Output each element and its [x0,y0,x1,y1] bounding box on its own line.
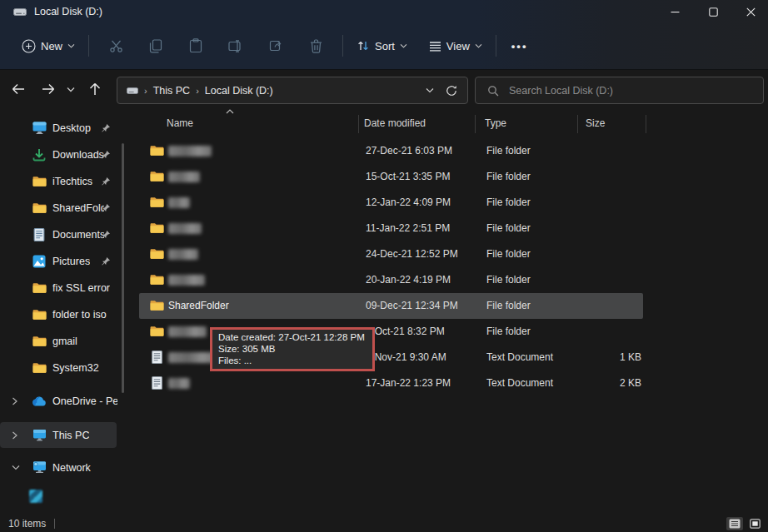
folder-icon [150,274,164,286]
new-button[interactable]: New [15,34,82,58]
redacted-name [168,197,190,208]
sidebar-item-label: fix SSL error [52,282,110,294]
cut-button[interactable] [96,32,136,60]
paste-button[interactable] [176,32,216,60]
share-button[interactable] [256,32,296,60]
breadcrumb-separator: › [144,86,147,96]
cell-date-modified: 12-Jan-22 4:09 PM [366,196,451,208]
sidebar-item-label: iTechtics [52,176,92,187]
sidebar-item-network[interactable]: Network [0,455,117,480]
recent-locations-chevron[interactable] [62,77,80,101]
file-row[interactable]: 11-Jan-22 2:51 PM File folder [139,216,643,241]
statusbar-divider [54,519,55,529]
back-button[interactable] [7,77,30,101]
sidebar-item-label: Documents [52,229,104,241]
forward-button[interactable] [37,77,60,101]
file-row[interactable]: 20-Jan-22 4:19 PM File folder [139,267,643,293]
sidebar-item-gmail[interactable]: gmail [0,328,117,354]
column-divider[interactable] [577,115,578,133]
redacted-name [168,249,198,260]
pin-icon [102,257,110,266]
folder-icon [150,145,164,157]
sort-button[interactable]: Sort [350,34,414,57]
file-row[interactable]: 27-Dec-21 6:03 PM File folder [139,138,643,164]
title-bar: Local Disk (D:) [0,0,768,23]
up-button[interactable] [83,77,107,101]
desktop-icon [32,122,47,134]
sidebar-item-itechtics[interactable]: iTechtics [0,168,117,194]
sort-ascending-icon [226,109,234,114]
sidebar-item-fix-ssl-error[interactable]: fix SSL error [0,275,117,301]
more-options-button[interactable]: ••• [511,40,528,52]
cell-type: File folder [486,145,531,157]
sidebar-scrollbar[interactable] [122,143,124,393]
pin-icon [102,204,110,212]
breadcrumb-this-pc[interactable]: This PC [153,85,190,97]
address-dropdown-chevron[interactable] [426,87,434,93]
sidebar-item-documents[interactable]: Documents [0,221,117,247]
toolbar-divider [496,35,496,57]
sidebar-item-label: Desktop [52,122,91,134]
file-row-sharedfolder-selected[interactable]: SharedFolder 09-Dec-21 12:34 PM File fol… [139,293,643,319]
sidebar-item-downloads[interactable]: Downloads [0,142,117,167]
folder-icon [32,336,47,347]
breadcrumb-current[interactable]: Local Disk (D:) [205,85,273,97]
folder-icon [32,362,47,374]
file-row[interactable]: 17-Jan-22 1:23 PM Text Document 2 KB [139,370,643,396]
minimize-button[interactable] [656,0,694,23]
chevron-right-icon[interactable] [12,431,17,440]
rename-button[interactable] [216,32,256,60]
maximize-button[interactable] [694,0,732,23]
sidebar-item-network-device-redacted[interactable] [0,483,117,509]
address-bar[interactable]: › This PC › Local Disk (D:) [117,77,468,104]
column-header-size[interactable]: Size [586,117,605,129]
command-toolbar: New [0,23,768,68]
sidebar-item-label: gmail [52,336,77,347]
close-button[interactable] [731,0,768,23]
column-divider[interactable] [358,115,359,133]
sidebar-item-sharedfolder[interactable]: SharedFolde [0,195,117,221]
refresh-icon[interactable] [446,85,457,97]
sidebar-item-desktop[interactable]: Desktop [0,115,117,141]
file-row[interactable]: 12-Jan-22 4:09 PM File folder [139,190,643,216]
chevron-down-icon [475,43,482,48]
view-button[interactable]: View [422,35,489,57]
copy-button[interactable] [136,32,176,60]
folder-icon [150,196,164,208]
redacted-name [168,275,205,286]
sidebar-item-this-pc[interactable]: This PC [0,422,117,448]
search-box[interactable] [475,77,764,104]
navigation-bar: › This PC › Local Disk (D:) [0,70,768,108]
file-row[interactable]: 24-Dec-21 12:52 PM File folder [139,241,643,267]
sidebar-item-label: Pictures [52,256,90,267]
delete-button[interactable] [296,32,336,60]
column-divider[interactable] [475,115,476,133]
chevron-right-icon[interactable] [12,397,17,405]
folder-icon [150,326,164,337]
column-header-name[interactable]: Name [167,117,193,129]
file-explorer-window: Local Disk (D:) New [0,0,768,532]
chevron-down-icon[interactable] [12,465,20,470]
details-view-button[interactable] [726,517,743,530]
folder-icon [32,309,47,321]
column-header-date-modified[interactable]: Date modified [364,117,426,129]
downloads-icon [32,148,47,162]
sidebar-item-onedrive[interactable]: OneDrive - Perso [0,388,117,414]
this-pc-icon [32,429,47,441]
cell-date-modified: 11-Jan-22 2:51 PM [366,222,450,234]
cell-date-modified: 15-Oct-21 3:35 PM [366,171,450,182]
navigation-pane: Desktop Downloads iTechtics [0,108,130,515]
sidebar-item-label: folder to iso [52,309,107,321]
search-input[interactable] [507,84,736,97]
file-row[interactable]: 15-Oct-21 3:35 PM File folder [139,164,643,190]
sidebar-item-system32[interactable]: System32 [0,355,117,380]
sidebar-item-folder-to-iso[interactable]: folder to iso [0,301,117,327]
column-divider[interactable] [646,115,646,133]
sidebar-item-pictures[interactable]: Pictures [0,248,117,274]
tooltip-size: Size: 305 MB [218,343,367,355]
column-header-type[interactable]: Type [485,117,506,129]
sidebar-item-label: This PC [52,430,89,441]
large-icons-view-button[interactable] [746,517,763,530]
text-document-icon [152,351,162,364]
text-document-icon [152,376,162,390]
